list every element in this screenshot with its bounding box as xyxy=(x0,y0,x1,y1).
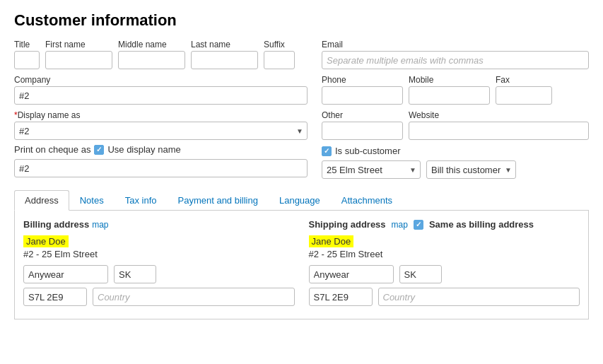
title-label: Title xyxy=(14,40,40,49)
phone-label: Phone xyxy=(322,75,403,85)
billing-state-input[interactable] xyxy=(114,265,156,283)
display-name-select[interactable]: #2 xyxy=(14,122,308,140)
use-display-name-checkbox[interactable] xyxy=(94,145,104,155)
shipping-name-highlight: Jane Doe xyxy=(309,235,354,247)
billing-city-input[interactable] xyxy=(23,265,108,283)
title-input[interactable] xyxy=(14,51,40,69)
bill-this-customer-select[interactable]: Bill this customer xyxy=(426,160,516,179)
shipping-zip-input[interactable] xyxy=(309,288,373,306)
billing-country-input[interactable] xyxy=(93,288,295,306)
same-as-billing-label: Same as billing address xyxy=(429,219,534,230)
suffix-label: Suffix xyxy=(264,40,295,49)
company-input[interactable] xyxy=(14,86,308,105)
address-section: Billing address map Jane Doe #2 - 25 Elm… xyxy=(14,211,589,319)
lastname-input[interactable] xyxy=(191,51,258,69)
lastname-label: Last name xyxy=(191,40,258,49)
fax-input[interactable] xyxy=(496,86,552,105)
company-label: Company xyxy=(14,75,308,85)
website-label: Website xyxy=(409,110,589,120)
shipping-name-box: Jane Doe xyxy=(309,235,580,249)
billing-address-select[interactable]: 25 Elm Street xyxy=(322,160,421,179)
shipping-address-header: Shipping address map Same as billing add… xyxy=(309,219,580,230)
billing-name-highlight: Jane Doe xyxy=(23,235,69,247)
shipping-street: #2 - 25 Elm Street xyxy=(309,249,580,259)
firstname-label: First name xyxy=(45,40,112,49)
billing-zip-input[interactable] xyxy=(23,288,87,306)
other-label: Other xyxy=(322,110,403,120)
shipping-address-col: Shipping address map Same as billing add… xyxy=(309,219,580,310)
tab-taxinfo[interactable]: Tax info xyxy=(115,190,168,210)
tab-payment[interactable]: Payment and billing xyxy=(167,190,268,210)
tabs-bar: Address Notes Tax info Payment and billi… xyxy=(14,190,589,211)
billing-address-header: Billing address map xyxy=(23,219,295,230)
tab-notes[interactable]: Notes xyxy=(69,190,115,210)
middlename-label: Middle name xyxy=(118,40,185,49)
suffix-input[interactable] xyxy=(264,51,295,69)
email-input[interactable] xyxy=(322,51,589,69)
phone-input[interactable] xyxy=(322,86,403,105)
mobile-label: Mobile xyxy=(409,75,490,85)
firstname-input[interactable] xyxy=(45,51,112,69)
display-name-label: *Display name as xyxy=(14,110,308,120)
shipping-address-title: Shipping address xyxy=(309,219,386,230)
email-label: Email xyxy=(322,40,589,49)
shipping-state-input[interactable] xyxy=(399,265,442,283)
tab-language[interactable]: Language xyxy=(269,190,331,210)
shipping-city-input[interactable] xyxy=(309,265,394,283)
is-subcustomer-label: Is sub-customer xyxy=(335,146,400,156)
same-as-billing-checkbox[interactable] xyxy=(414,220,423,230)
print-cheque-label: Print on cheque as xyxy=(14,144,90,155)
billing-address-title: Billing address xyxy=(23,219,89,230)
website-input[interactable] xyxy=(409,122,589,140)
tab-attachments[interactable]: Attachments xyxy=(331,190,403,210)
middlename-input[interactable] xyxy=(118,51,185,69)
shipping-country-input[interactable] xyxy=(378,288,580,306)
use-display-name-label: Use display name xyxy=(107,144,180,155)
print-cheque-input xyxy=(14,159,308,177)
billing-address-col: Billing address map Jane Doe #2 - 25 Elm… xyxy=(23,219,295,310)
tab-address[interactable]: Address xyxy=(14,190,69,211)
fax-label: Fax xyxy=(496,75,552,85)
mobile-input[interactable] xyxy=(409,86,490,105)
page-title: Customer information xyxy=(14,11,589,30)
billing-street: #2 - 25 Elm Street xyxy=(23,249,295,259)
billing-name-box: Jane Doe xyxy=(23,235,295,249)
is-subcustomer-checkbox[interactable] xyxy=(322,146,332,156)
shipping-address-map-link[interactable]: map xyxy=(392,220,408,230)
billing-address-map-link[interactable]: map xyxy=(92,220,108,230)
other-input[interactable] xyxy=(322,122,403,140)
